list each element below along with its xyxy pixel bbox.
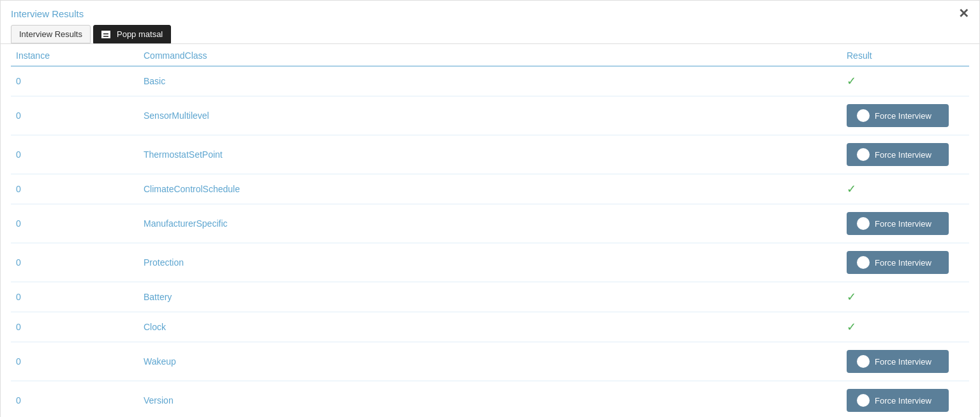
result-cell: ✓	[842, 174, 969, 204]
result-cell: Force Interview	[842, 204, 969, 243]
checkmark-icon: ✓	[847, 75, 856, 87]
force-interview-button[interactable]: Force Interview	[847, 251, 949, 274]
force-btn-circle-icon	[857, 355, 870, 368]
force-btn-label: Force Interview	[875, 396, 932, 406]
interview-results-table: Instance CommandClass Result 0Basic✓0Sen…	[11, 44, 969, 417]
table-row: 0ManufacturerSpecificForce Interview	[11, 204, 969, 243]
checkmark-icon: ✓	[847, 321, 856, 333]
col-instance: Instance	[11, 44, 138, 66]
instance-cell: 0	[11, 312, 138, 342]
result-cell: ✓	[842, 312, 969, 342]
instance-cell: 0	[11, 204, 138, 243]
force-btn-label: Force Interview	[875, 219, 932, 229]
commandclass-cell: ThermostatSetPoint	[138, 135, 842, 174]
commandclass-cell: Basic	[138, 66, 842, 96]
col-commandclass: CommandClass	[138, 44, 842, 66]
table-row: 0ThermostatSetPointForce Interview	[11, 135, 969, 174]
tab-icon	[101, 31, 110, 38]
tab-popp-matsal[interactable]: Popp matsal	[93, 25, 171, 43]
force-btn-label: Force Interview	[875, 111, 932, 121]
result-cell: ✓	[842, 66, 969, 96]
force-btn-circle-icon	[857, 217, 870, 230]
commandclass-cell: Battery	[138, 282, 842, 312]
table-row: 0WakeupForce Interview	[11, 342, 969, 381]
tab-interview-results-label: Interview Results	[19, 29, 82, 39]
commandclass-cell: Protection	[138, 243, 842, 282]
tab-interview-results[interactable]: Interview Results	[11, 25, 91, 43]
commandclass-cell: ClimateControlSchedule	[138, 174, 842, 204]
table-row: 0SensorMultilevelForce Interview	[11, 96, 969, 135]
result-cell: Force Interview	[842, 135, 969, 174]
modal-header: Interview Results ✕	[1, 1, 979, 20]
col-result: Result	[842, 44, 969, 66]
force-btn-label: Force Interview	[875, 258, 932, 268]
force-btn-circle-icon	[857, 394, 870, 407]
force-interview-button[interactable]: Force Interview	[847, 104, 949, 127]
force-btn-circle-icon	[857, 109, 870, 122]
commandclass-cell: Wakeup	[138, 342, 842, 381]
tabs-row: Interview Results Popp matsal	[1, 20, 979, 44]
instance-cell: 0	[11, 243, 138, 282]
force-interview-button[interactable]: Force Interview	[847, 389, 949, 412]
table-row: 0Battery✓	[11, 282, 969, 312]
table-row: 0ClimateControlSchedule✓	[11, 174, 969, 204]
instance-cell: 0	[11, 174, 138, 204]
result-cell: Force Interview	[842, 381, 969, 418]
commandclass-cell: Version	[138, 381, 842, 418]
force-btn-circle-icon	[857, 148, 870, 161]
instance-cell: 0	[11, 96, 138, 135]
table-row: 0Clock✓	[11, 312, 969, 342]
table-row: 0Basic✓	[11, 66, 969, 96]
checkmark-icon: ✓	[847, 291, 856, 303]
force-interview-button[interactable]: Force Interview	[847, 350, 949, 373]
commandclass-cell: SensorMultilevel	[138, 96, 842, 135]
modal-title: Interview Results	[11, 8, 84, 19]
table-wrapper: Instance CommandClass Result 0Basic✓0Sen…	[1, 44, 979, 417]
commandclass-cell: Clock	[138, 312, 842, 342]
force-btn-circle-icon	[857, 256, 870, 269]
table-row: 0VersionForce Interview	[11, 381, 969, 418]
result-cell: Force Interview	[842, 243, 969, 282]
result-cell: ✓	[842, 282, 969, 312]
instance-cell: 0	[11, 381, 138, 418]
force-btn-label: Force Interview	[875, 357, 932, 367]
table-row: 0ProtectionForce Interview	[11, 243, 969, 282]
commandclass-cell: ManufacturerSpecific	[138, 204, 842, 243]
modal-container: Interview Results ✕ Interview Results Po…	[0, 0, 980, 417]
instance-cell: 0	[11, 342, 138, 381]
instance-cell: 0	[11, 135, 138, 174]
instance-cell: 0	[11, 66, 138, 96]
instance-cell: 0	[11, 282, 138, 312]
result-cell: Force Interview	[842, 96, 969, 135]
force-interview-button[interactable]: Force Interview	[847, 143, 949, 166]
close-button[interactable]: ✕	[958, 7, 969, 20]
force-btn-label: Force Interview	[875, 150, 932, 160]
result-cell: Force Interview	[842, 342, 969, 381]
tab-popp-matsal-label: Popp matsal	[117, 29, 163, 39]
checkmark-icon: ✓	[847, 183, 856, 195]
force-interview-button[interactable]: Force Interview	[847, 212, 949, 235]
